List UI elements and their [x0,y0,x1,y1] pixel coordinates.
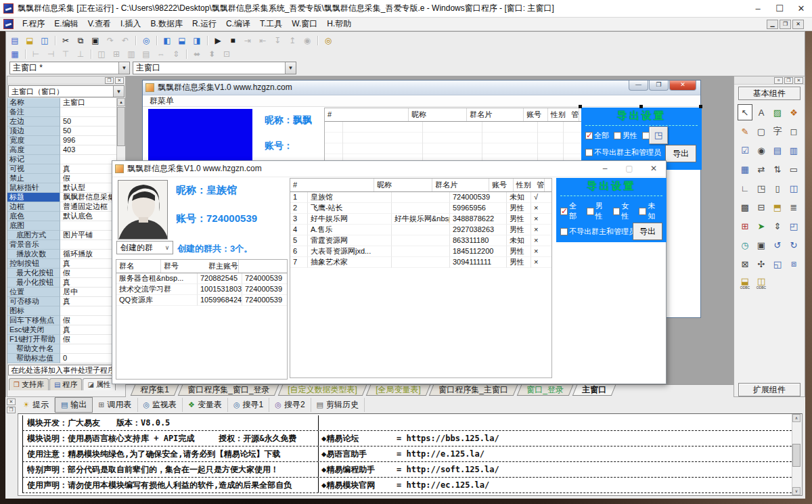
basic-components-button[interactable]: 基本组件 [738,87,800,100]
component-icon[interactable]: ◫ [786,180,801,196]
column-header[interactable]: # [325,108,409,121]
align-icon[interactable]: ⬍ [205,48,219,60]
component-icon[interactable]: ▯ [770,180,785,196]
document-tab[interactable]: 窗口程序集_窗口_登录 [177,385,279,396]
property-row[interactable]: 标记 [7,155,116,164]
document-tab[interactable]: 程序集1 [131,385,179,396]
member-row[interactable]: 7 抽象艺术家 3094111111 男性 × [290,257,551,268]
toolbar-icon[interactable]: ⇥ [241,35,254,47]
close-panel-button[interactable]: ✕ [7,398,16,405]
property-row[interactable]: 禁止 假 [7,174,116,183]
align-icon[interactable] [89,48,93,60]
toolbar-icon[interactable]: ◎ [321,35,335,47]
left-panel-tab[interactable]: ◪ 属性 [83,378,115,390]
component-icon[interactable]: ▣ [754,237,769,253]
toolbar-icon[interactable]: ▣ [89,35,102,47]
toolbar-icon[interactable] [53,35,58,47]
component-icon[interactable]: ⬓ ODBC [738,275,752,291]
group-row[interactable]: QQ资源库 1059968424 724000539 [116,295,287,306]
property-row[interactable]: 高度 403 [7,145,116,155]
component-icon[interactable]: ⊞ [738,218,752,234]
close-button[interactable]: ✕ [641,161,666,177]
selection-handle[interactable] [579,105,582,108]
gender-filter-checkbox[interactable]: 男性 [614,131,637,141]
component-icon[interactable]: ▢ [754,123,769,139]
front-window-titlebar[interactable]: 飘飘群信息采集V1.0 www.hzgzn.com – ▢ ✕ [112,161,666,177]
output-tool-tab[interactable]: ▤ 剪辑历史 [311,398,365,412]
selection-handle[interactable] [639,105,643,108]
column-header[interactable]: # [290,179,374,191]
minimize-button[interactable]: – [747,1,769,17]
property-row[interactable]: 可视 真 [7,164,116,174]
document-tab[interactable]: 主窗口 [572,385,616,396]
toolbar-icon[interactable]: ■ [226,35,240,47]
dropdown-arrow-icon[interactable]: ▼ [285,62,296,74]
column-header[interactable]: 账号 [489,179,514,191]
property-row[interactable]: 位置 居中 [7,288,116,297]
close-panel-button[interactable]: ✕ [794,77,803,84]
checkbox-icon[interactable] [585,149,593,156]
dropdown-arrow-icon[interactable]: ∨ [162,244,173,251]
scroll-thumb[interactable] [117,107,125,146]
back-window-titlebar[interactable]: 飘飘群信息采集V1.0 www.hzgzn.com — ❐ ✕ [143,81,700,95]
component-icon[interactable]: ◱ [770,256,785,272]
member-row[interactable]: 6 大表哥资源网jxd... 1845112200 男性 × [290,246,551,257]
toolbar-icon[interactable]: ▤ [8,35,22,47]
minimize-button[interactable]: – [593,161,617,177]
align-icon[interactable]: ⇔ [154,48,168,60]
component-icon[interactable]: ∟ [738,180,752,196]
dropdown-arrow-icon[interactable]: ▼ [118,62,129,74]
ide-titlebar[interactable]: 飘飘群信息采集 [正在运行] - C:\Users\98222\Desktop\… [0,0,812,18]
align-icon[interactable]: ⇕ [169,48,183,60]
export-button[interactable]: 导出 [633,223,662,240]
toolbar-icon[interactable]: ↧ [271,35,284,47]
mdi-restore-button[interactable]: ❐ [780,20,791,29]
toolbar-icon[interactable] [315,35,320,47]
object-selector-combo[interactable]: 主窗口（窗口） ▼ [8,85,125,97]
menu-item[interactable]: W.窗口 [287,18,322,30]
component-icon[interactable]: ▨ [770,104,785,120]
document-tab[interactable]: 窗口_登录 [517,385,573,396]
component-icon[interactable]: ≣ [786,199,801,215]
property-row[interactable]: Esc键关闭 真 [7,325,116,335]
maximize-button[interactable]: ▢ [617,161,641,177]
group-menu[interactable]: 群菜单 [143,95,700,107]
toolbar-icon[interactable]: ◨ [190,35,204,47]
property-row[interactable]: 鼠标指针 默认型 [7,183,116,193]
align-icon[interactable] [23,48,28,60]
component-icon[interactable]: ◻ [786,123,801,139]
float-panel-button[interactable]: ❐ [105,77,114,84]
output-tool-tab[interactable]: ☀ 提示 [18,398,55,412]
gender-filter-checkbox[interactable]: 女性 [613,201,637,221]
output-tool-tab[interactable]: ◎ 搜寻1 [228,398,269,412]
property-row[interactable]: 底图方式 图片平铺 [7,231,116,240]
toolbar-icon[interactable]: ✂ [59,35,72,47]
document-tab[interactable]: 窗口程序集_主窗口 [429,385,518,396]
component-icon[interactable]: ✎ [738,123,752,139]
property-row[interactable]: 边框 普通固定边框 [7,202,116,212]
property-row[interactable]: 帮助文件名 [7,344,116,354]
gender-filter-checkbox[interactable]: 未知 [639,201,662,221]
toolbar-icon[interactable]: ◉ [300,35,314,47]
align-icon[interactable]: ▥ [125,48,138,60]
checkbox-icon[interactable] [613,208,621,215]
component-icon[interactable]: ⊟ [754,199,769,215]
property-row[interactable]: 底色 默认底色 [7,212,116,221]
menu-item[interactable]: B.数据库 [146,18,187,30]
component-icon[interactable]: ⧈ [786,256,801,272]
exclude-admin-checkbox[interactable]: 不导出群主和管理员 [560,227,636,237]
menu-item[interactable]: C.编译 [221,18,255,30]
property-row[interactable]: 左边 50 [7,117,116,127]
column-header[interactable]: 昵称 [409,108,467,121]
maximize-button[interactable]: ❐ [649,81,669,91]
menu-item[interactable]: T.工具 [255,18,287,30]
property-row[interactable]: 播放次数 循环播放 [7,250,116,259]
column-header[interactable]: 性别 [514,179,534,191]
export-button[interactable]: 导出 [665,145,696,162]
checkbox-icon[interactable] [585,132,593,139]
property-row[interactable]: 图标 [7,306,116,316]
align-icon[interactable]: ⊞ [110,48,123,60]
component-icon[interactable]: ☑ [738,142,752,158]
toolbar-icon[interactable]: ◎ [139,35,153,47]
menu-item[interactable]: I.插入 [116,18,146,30]
